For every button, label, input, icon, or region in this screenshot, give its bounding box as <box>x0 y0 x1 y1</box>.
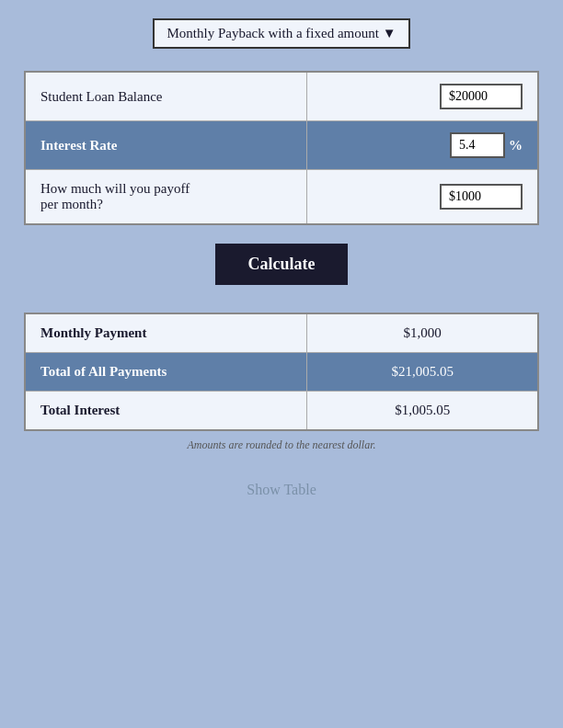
total-interest-row: Total Interest $1,005.05 <box>25 392 538 431</box>
loan-balance-row: Student Loan Balance <box>25 72 538 121</box>
interest-rate-row: Interest Rate % <box>25 121 538 170</box>
calculator-type-dropdown[interactable]: Monthly Payback with a fixed amount ▼ <box>153 18 411 49</box>
loan-balance-input-cell <box>307 72 538 121</box>
monthly-payment-value: $1,000 <box>307 313 538 353</box>
percent-symbol: % <box>509 138 523 154</box>
rate-wrapper: % <box>450 132 523 158</box>
monthly-payment-label: Monthly Payment <box>25 313 307 353</box>
total-payments-row: Total of All Payments $21,005.05 <box>25 353 538 392</box>
interest-rate-input-cell: % <box>307 121 538 170</box>
total-payments-value: $21,005.05 <box>307 353 538 392</box>
interest-rate-label: Interest Rate <box>25 121 307 170</box>
total-payments-label: Total of All Payments <box>25 353 307 392</box>
total-interest-value: $1,005.05 <box>307 392 538 431</box>
disclaimer-text: Amounts are rounded to the nearest dolla… <box>188 438 376 452</box>
calculator-container: Monthly Payback with a fixed amount ▼ St… <box>24 18 539 498</box>
monthly-payoff-label: How much will you payoff per month? <box>25 170 307 225</box>
show-table-button[interactable]: Show Table <box>247 482 316 498</box>
monthly-payoff-input[interactable] <box>440 184 523 210</box>
interest-rate-input[interactable] <box>450 132 505 158</box>
calculate-button[interactable]: Calculate <box>215 244 349 285</box>
monthly-payoff-input-cell <box>307 170 538 225</box>
monthly-payoff-label-line1: How much will you payoff <box>40 181 190 196</box>
total-interest-label: Total Interest <box>25 392 307 431</box>
monthly-payment-row: Monthly Payment $1,000 <box>25 313 538 353</box>
loan-balance-input[interactable] <box>440 84 523 109</box>
input-table: Student Loan Balance Interest Rate % <box>24 71 539 225</box>
monthly-payoff-label-line2: per month? <box>40 197 103 211</box>
monthly-payoff-row: How much will you payoff per month? <box>25 170 538 225</box>
results-table: Monthly Payment $1,000 Total of All Paym… <box>24 313 539 431</box>
loan-balance-label: Student Loan Balance <box>25 72 307 121</box>
